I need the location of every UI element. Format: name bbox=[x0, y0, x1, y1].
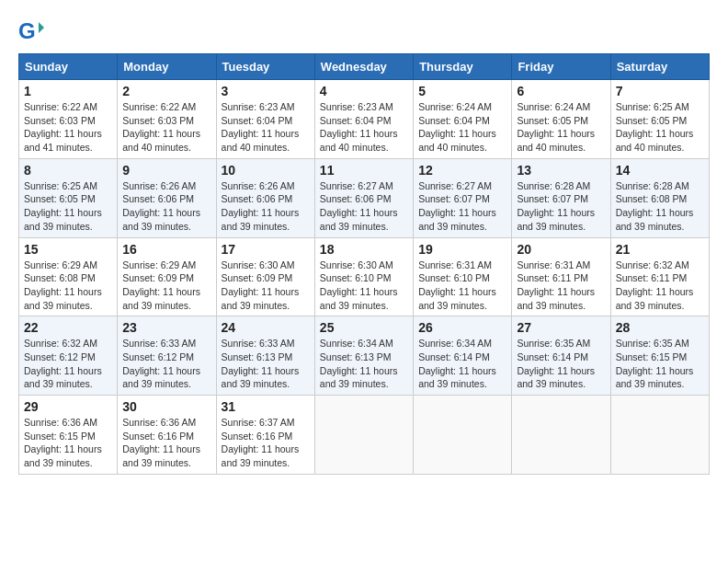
calendar-cell: 2 Sunrise: 6:22 AMSunset: 6:03 PMDayligh… bbox=[118, 80, 216, 159]
calendar-cell: 25 Sunrise: 6:34 AMSunset: 6:13 PMDaylig… bbox=[314, 316, 413, 396]
day-number: 19 bbox=[418, 242, 506, 257]
day-number: 29 bbox=[24, 399, 112, 414]
calendar-cell: 24 Sunrise: 6:33 AMSunset: 6:13 PMDaylig… bbox=[216, 316, 314, 396]
week-row-2: 8 Sunrise: 6:25 AMSunset: 6:05 PMDayligh… bbox=[19, 158, 710, 237]
day-info: Sunrise: 6:26 AMSunset: 6:06 PMDaylight:… bbox=[222, 180, 300, 232]
day-info: Sunrise: 6:30 AMSunset: 6:09 PMDaylight:… bbox=[222, 259, 300, 311]
day-number: 10 bbox=[222, 163, 310, 178]
calendar-cell: 10 Sunrise: 6:26 AMSunset: 6:06 PMDaylig… bbox=[216, 158, 314, 237]
day-number: 25 bbox=[320, 320, 408, 335]
day-number: 6 bbox=[517, 84, 605, 98]
day-info: Sunrise: 6:37 AMSunset: 6:16 PMDaylight:… bbox=[222, 417, 300, 468]
calendar-cell: 1 Sunrise: 6:22 AMSunset: 6:03 PMDayligh… bbox=[19, 80, 118, 159]
day-info: Sunrise: 6:33 AMSunset: 6:12 PMDaylight:… bbox=[122, 338, 200, 389]
day-number: 26 bbox=[418, 320, 506, 335]
logo-icon: G bbox=[18, 18, 44, 44]
calendar-cell: 30 Sunrise: 6:36 AMSunset: 6:16 PMDaylig… bbox=[118, 396, 216, 475]
weekday-header-row: SundayMondayTuesdayWednesdayThursdayFrid… bbox=[19, 54, 710, 80]
calendar-cell bbox=[314, 396, 413, 475]
calendar-cell bbox=[610, 396, 709, 475]
day-number: 15 bbox=[24, 242, 112, 257]
calendar-cell: 14 Sunrise: 6:28 AMSunset: 6:08 PMDaylig… bbox=[610, 158, 709, 237]
day-info: Sunrise: 6:35 AMSunset: 6:14 PMDaylight:… bbox=[517, 338, 595, 389]
weekday-header-friday: Friday bbox=[512, 54, 610, 80]
day-info: Sunrise: 6:24 AMSunset: 6:04 PMDaylight:… bbox=[418, 101, 496, 153]
day-number: 7 bbox=[616, 84, 704, 98]
week-row-3: 15 Sunrise: 6:29 AMSunset: 6:08 PMDaylig… bbox=[19, 237, 710, 316]
day-info: Sunrise: 6:23 AMSunset: 6:04 PMDaylight:… bbox=[222, 101, 300, 153]
svg-text:G: G bbox=[18, 18, 36, 43]
calendar-cell: 28 Sunrise: 6:35 AMSunset: 6:15 PMDaylig… bbox=[610, 316, 709, 396]
day-number: 14 bbox=[616, 163, 704, 178]
calendar-cell: 19 Sunrise: 6:31 AMSunset: 6:10 PMDaylig… bbox=[414, 237, 512, 316]
calendar-cell: 31 Sunrise: 6:37 AMSunset: 6:16 PMDaylig… bbox=[216, 396, 314, 475]
calendar-cell: 22 Sunrise: 6:32 AMSunset: 6:12 PMDaylig… bbox=[19, 316, 118, 396]
week-row-1: 1 Sunrise: 6:22 AMSunset: 6:03 PMDayligh… bbox=[19, 80, 710, 159]
day-info: Sunrise: 6:25 AMSunset: 6:05 PMDaylight:… bbox=[616, 101, 694, 153]
day-number: 16 bbox=[122, 242, 210, 257]
day-info: Sunrise: 6:36 AMSunset: 6:15 PMDaylight:… bbox=[24, 417, 102, 468]
day-info: Sunrise: 6:26 AMSunset: 6:06 PMDaylight:… bbox=[122, 180, 200, 232]
calendar-table: SundayMondayTuesdayWednesdayThursdayFrid… bbox=[18, 53, 710, 475]
calendar-cell: 20 Sunrise: 6:31 AMSunset: 6:11 PMDaylig… bbox=[512, 237, 610, 316]
day-number: 11 bbox=[320, 163, 408, 178]
day-info: Sunrise: 6:28 AMSunset: 6:08 PMDaylight:… bbox=[616, 180, 694, 232]
calendar-cell: 8 Sunrise: 6:25 AMSunset: 6:05 PMDayligh… bbox=[19, 158, 118, 237]
day-number: 2 bbox=[122, 84, 210, 98]
day-info: Sunrise: 6:27 AMSunset: 6:07 PMDaylight:… bbox=[418, 180, 496, 232]
weekday-header-monday: Monday bbox=[118, 54, 216, 80]
day-number: 18 bbox=[320, 242, 408, 257]
day-info: Sunrise: 6:22 AMSunset: 6:03 PMDaylight:… bbox=[24, 101, 102, 153]
day-number: 23 bbox=[122, 320, 210, 335]
calendar-cell: 9 Sunrise: 6:26 AMSunset: 6:06 PMDayligh… bbox=[118, 158, 216, 237]
calendar-cell: 27 Sunrise: 6:35 AMSunset: 6:14 PMDaylig… bbox=[512, 316, 610, 396]
day-number: 31 bbox=[222, 399, 310, 414]
calendar-cell: 4 Sunrise: 6:23 AMSunset: 6:04 PMDayligh… bbox=[314, 80, 413, 159]
day-info: Sunrise: 6:29 AMSunset: 6:08 PMDaylight:… bbox=[24, 259, 102, 311]
day-info: Sunrise: 6:31 AMSunset: 6:11 PMDaylight:… bbox=[517, 259, 595, 311]
day-info: Sunrise: 6:34 AMSunset: 6:14 PMDaylight:… bbox=[418, 338, 496, 389]
day-info: Sunrise: 6:36 AMSunset: 6:16 PMDaylight:… bbox=[122, 417, 200, 468]
calendar-cell: 7 Sunrise: 6:25 AMSunset: 6:05 PMDayligh… bbox=[610, 80, 709, 159]
calendar-cell: 21 Sunrise: 6:32 AMSunset: 6:11 PMDaylig… bbox=[610, 237, 709, 316]
calendar-cell: 5 Sunrise: 6:24 AMSunset: 6:04 PMDayligh… bbox=[414, 80, 512, 159]
day-number: 9 bbox=[122, 163, 210, 178]
day-number: 24 bbox=[222, 320, 310, 335]
day-info: Sunrise: 6:24 AMSunset: 6:05 PMDaylight:… bbox=[517, 101, 595, 153]
calendar-cell bbox=[512, 396, 610, 475]
logo: G bbox=[18, 18, 48, 44]
day-info: Sunrise: 6:32 AMSunset: 6:12 PMDaylight:… bbox=[24, 338, 102, 389]
day-info: Sunrise: 6:32 AMSunset: 6:11 PMDaylight:… bbox=[616, 259, 694, 311]
calendar-cell: 16 Sunrise: 6:29 AMSunset: 6:09 PMDaylig… bbox=[118, 237, 216, 316]
calendar-cell: 29 Sunrise: 6:36 AMSunset: 6:15 PMDaylig… bbox=[19, 396, 118, 475]
week-row-5: 29 Sunrise: 6:36 AMSunset: 6:15 PMDaylig… bbox=[19, 396, 710, 475]
day-number: 13 bbox=[517, 163, 605, 178]
calendar-cell: 13 Sunrise: 6:28 AMSunset: 6:07 PMDaylig… bbox=[512, 158, 610, 237]
day-info: Sunrise: 6:34 AMSunset: 6:13 PMDaylight:… bbox=[320, 338, 398, 389]
day-info: Sunrise: 6:27 AMSunset: 6:06 PMDaylight:… bbox=[320, 180, 398, 232]
calendar-cell bbox=[414, 396, 512, 475]
weekday-header-saturday: Saturday bbox=[610, 54, 709, 80]
day-info: Sunrise: 6:33 AMSunset: 6:13 PMDaylight:… bbox=[222, 338, 300, 389]
weekday-header-tuesday: Tuesday bbox=[216, 54, 314, 80]
day-number: 5 bbox=[418, 84, 506, 98]
calendar-cell: 11 Sunrise: 6:27 AMSunset: 6:06 PMDaylig… bbox=[314, 158, 413, 237]
day-number: 28 bbox=[616, 320, 704, 335]
day-info: Sunrise: 6:25 AMSunset: 6:05 PMDaylight:… bbox=[24, 180, 102, 232]
day-info: Sunrise: 6:30 AMSunset: 6:10 PMDaylight:… bbox=[320, 259, 398, 311]
calendar-cell: 26 Sunrise: 6:34 AMSunset: 6:14 PMDaylig… bbox=[414, 316, 512, 396]
calendar-cell: 6 Sunrise: 6:24 AMSunset: 6:05 PMDayligh… bbox=[512, 80, 610, 159]
day-number: 1 bbox=[24, 84, 112, 98]
day-number: 8 bbox=[24, 163, 112, 178]
day-number: 22 bbox=[24, 320, 112, 335]
day-number: 27 bbox=[517, 320, 605, 335]
calendar-cell: 12 Sunrise: 6:27 AMSunset: 6:07 PMDaylig… bbox=[414, 158, 512, 237]
day-number: 21 bbox=[616, 242, 704, 257]
day-number: 17 bbox=[222, 242, 310, 257]
svg-marker-1 bbox=[39, 22, 44, 33]
day-number: 20 bbox=[517, 242, 605, 257]
day-info: Sunrise: 6:35 AMSunset: 6:15 PMDaylight:… bbox=[616, 338, 694, 389]
weekday-header-wednesday: Wednesday bbox=[314, 54, 413, 80]
day-info: Sunrise: 6:31 AMSunset: 6:10 PMDaylight:… bbox=[418, 259, 496, 311]
day-info: Sunrise: 6:23 AMSunset: 6:04 PMDaylight:… bbox=[320, 101, 398, 153]
